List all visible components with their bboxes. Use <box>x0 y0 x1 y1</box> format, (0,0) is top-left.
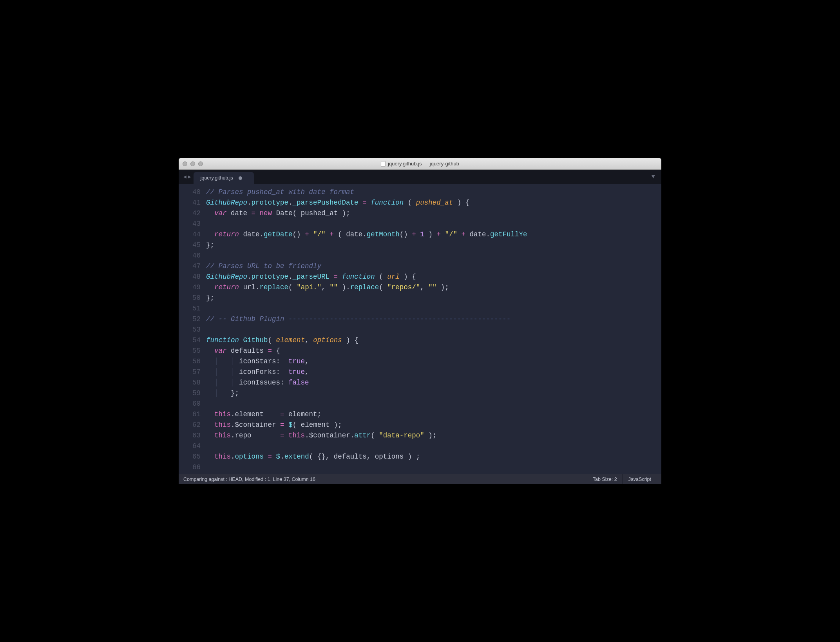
code-editor[interactable]: 4041424344454647484950515253545556575859… <box>179 184 661 474</box>
line-number: 61 <box>179 409 201 420</box>
minimize-icon[interactable] <box>190 161 195 166</box>
window-title: jquery.github.js — jquery-github <box>381 161 459 167</box>
code-line[interactable]: │ }; <box>206 388 661 399</box>
nav-back-icon[interactable]: ◀ <box>183 174 186 180</box>
close-icon[interactable] <box>183 161 187 166</box>
status-bar: Comparing against : HEAD, Modified : 1, … <box>179 474 661 484</box>
line-number: 65 <box>179 452 201 462</box>
code-line[interactable]: this.repo = this.$container.attr( "data-… <box>206 430 661 441</box>
line-number: 62 <box>179 420 201 430</box>
line-number-gutter: 4041424344454647484950515253545556575859… <box>179 184 206 474</box>
code-line[interactable] <box>206 399 661 409</box>
code-line[interactable]: │ │ iconIssues: false <box>206 377 661 388</box>
code-line[interactable]: │ │ iconForks: true, <box>206 367 661 377</box>
tab-active[interactable]: jquery.github.js <box>194 172 254 184</box>
code-line[interactable]: }; <box>206 293 661 303</box>
code-line[interactable] <box>206 219 661 229</box>
line-number: 56 <box>179 356 201 367</box>
code-line[interactable]: }; <box>206 240 661 250</box>
tab-label: jquery.github.js <box>201 175 233 181</box>
line-number: 42 <box>179 208 201 219</box>
code-line[interactable] <box>206 303 661 314</box>
code-line[interactable]: // -- Github Plugin --------------------… <box>206 314 661 325</box>
code-line[interactable]: // Parses URL to be friendly <box>206 261 661 272</box>
status-language[interactable]: JavaScript <box>623 474 657 484</box>
line-number: 40 <box>179 187 201 198</box>
line-number: 52 <box>179 314 201 325</box>
line-number: 58 <box>179 377 201 388</box>
nav-forward-icon[interactable]: ▶ <box>188 174 191 180</box>
line-number: 48 <box>179 272 201 282</box>
line-number: 57 <box>179 367 201 377</box>
code-line[interactable] <box>206 441 661 452</box>
line-number: 49 <box>179 282 201 293</box>
code-line[interactable]: function Github( element, options ) { <box>206 335 661 346</box>
code-line[interactable]: GithubRepo.prototype._parseURL = functio… <box>206 272 661 282</box>
traffic-lights <box>183 161 203 166</box>
line-number: 55 <box>179 346 201 356</box>
code-line[interactable]: this.element = element; <box>206 409 661 420</box>
code-line[interactable] <box>206 462 661 473</box>
code-line[interactable]: var date = new Date( pushed_at ); <box>206 208 661 219</box>
code-line[interactable]: GithubRepo.prototype._parsePushedDate = … <box>206 198 661 208</box>
code-line[interactable]: │ │ iconStars: true, <box>206 356 661 367</box>
code-line[interactable]: // Parses pushed_at with date format <box>206 187 661 198</box>
code-line[interactable]: return url.replace( "api.", "" ).replace… <box>206 282 661 293</box>
line-number: 66 <box>179 462 201 473</box>
line-number: 45 <box>179 240 201 250</box>
line-number: 54 <box>179 335 201 346</box>
line-number: 47 <box>179 261 201 272</box>
code-line[interactable]: var defaults = { <box>206 346 661 356</box>
window-title-text: jquery.github.js — jquery-github <box>388 161 459 167</box>
file-icon <box>381 161 386 167</box>
line-number: 64 <box>179 441 201 452</box>
code-line[interactable] <box>206 325 661 335</box>
status-tabsize[interactable]: Tab Size: 2 <box>587 474 623 484</box>
code-line[interactable]: this.options = $.extend( {}, defaults, o… <box>206 452 661 462</box>
code-line[interactable]: return date.getDate() + "/" + ( date.get… <box>206 229 661 240</box>
line-number: 63 <box>179 430 201 441</box>
dirty-indicator-icon <box>239 176 242 180</box>
line-number: 46 <box>179 250 201 261</box>
line-number: 43 <box>179 219 201 229</box>
line-number: 44 <box>179 229 201 240</box>
line-number: 53 <box>179 325 201 335</box>
titlebar[interactable]: jquery.github.js — jquery-github <box>179 158 661 170</box>
editor-window: jquery.github.js — jquery-github ◀ ▶ jqu… <box>179 158 661 484</box>
code-line[interactable]: this.$container = $( element ); <box>206 420 661 430</box>
zoom-icon[interactable] <box>198 161 203 166</box>
code-content[interactable]: // Parses pushed_at with date formatGith… <box>206 184 661 474</box>
line-number: 59 <box>179 388 201 399</box>
code-line[interactable] <box>206 250 661 261</box>
line-number: 60 <box>179 399 201 409</box>
nav-arrows: ◀ ▶ <box>181 174 194 180</box>
line-number: 51 <box>179 303 201 314</box>
tab-overflow-icon[interactable]: ▼ <box>651 173 659 180</box>
line-number: 50 <box>179 293 201 303</box>
status-left[interactable]: Comparing against : HEAD, Modified : 1, … <box>183 474 321 484</box>
tab-bar: ◀ ▶ jquery.github.js ▼ <box>179 170 661 184</box>
line-number: 41 <box>179 198 201 208</box>
